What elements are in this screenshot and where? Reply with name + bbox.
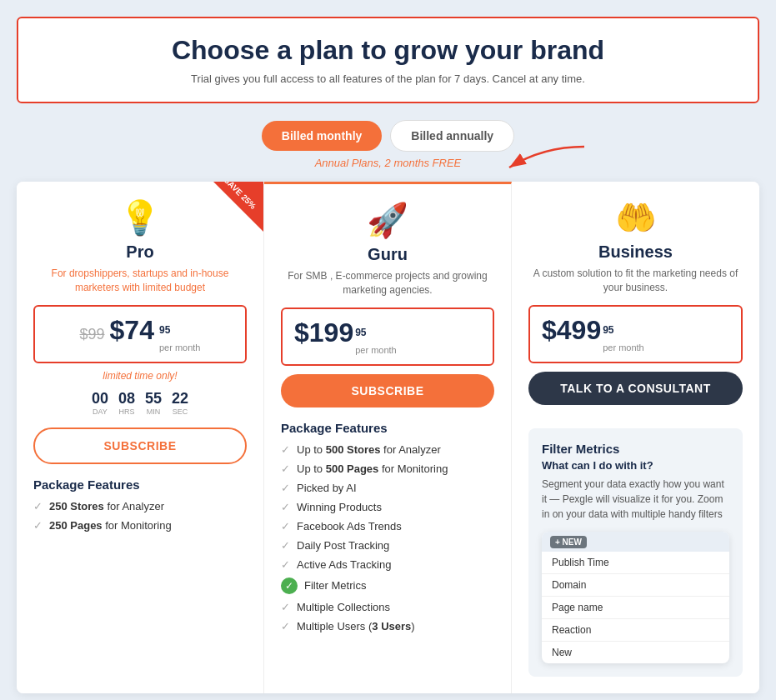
check-icon: ✓ (281, 520, 290, 532)
plan-guru: 🚀 Guru For SMB , E-commerce projects and… (264, 182, 512, 693)
billing-toggle-row: Billed monthly Billed annually (17, 120, 759, 152)
business-price-box: $499 95 per month (528, 305, 743, 363)
countdown-days: 00 DAY (92, 390, 108, 416)
guru-feature-3: ✓ Picked by AI (281, 482, 494, 494)
plan-business: 🤲 Business A custom solution to fit the … (512, 182, 759, 693)
business-current-price: $499 (542, 315, 601, 346)
red-arrow-icon (493, 138, 593, 180)
page-subtitle: Trial gives you full access to all featu… (43, 72, 733, 85)
dropdown-item-2: Domain (542, 574, 729, 597)
guru-feature-8: Filter Metrics (281, 578, 494, 594)
guru-feature-4: ✓ Winning Products (281, 501, 494, 513)
plan-pro: SAVE 25% 💡 Pro For dropshippers, startup… (17, 182, 264, 693)
guru-feature-2: ✓ Up to 500 Pages for Monitoring (281, 462, 494, 475)
guru-feature-5: ✓ Facebook Ads Trends (281, 520, 494, 532)
guru-price-period: per month (355, 345, 397, 356)
guru-feature-7: ✓ Active Ads Tracking (281, 558, 494, 571)
countdown-minutes: 55 MIN (145, 390, 162, 416)
check-icon: ✓ (281, 601, 290, 613)
check-icon: ✓ (281, 620, 290, 632)
guru-feature-9: ✓ Multiple Collections (281, 601, 494, 613)
pro-price-sup: 95 (159, 324, 170, 336)
business-price-sup: 95 (603, 324, 613, 336)
guru-description: For SMB , E-commerce projects and growin… (281, 269, 494, 298)
annual-promo-area: Annual Plans, 2 months FREE (17, 155, 759, 170)
pro-subscribe-button[interactable]: SUBSCRIBE (33, 428, 247, 464)
pro-original-price: $99 (80, 326, 105, 343)
check-icon: ✓ (33, 500, 43, 512)
guru-price-box: $199 95 per month (281, 308, 494, 366)
filter-metrics-box: Filter Metrics What can I do with it? Se… (528, 428, 743, 677)
check-icon: ✓ (33, 519, 43, 532)
pro-description: For dropshippers, startups and in-house … (33, 267, 247, 295)
guru-feature-1: ✓ Up to 500 Stores for Analyzer (281, 443, 494, 456)
pro-current-price: $74 (110, 315, 154, 346)
check-icon: ✓ (281, 539, 290, 552)
countdown-seconds: 22 SEC (172, 390, 188, 416)
plans-grid: SAVE 25% 💡 Pro For dropshippers, startup… (17, 182, 759, 693)
pro-price-box: $99 $74 95 per month (33, 305, 247, 363)
guru-features-title: Package Features (281, 421, 494, 435)
header-banner: Choose a plan to grow your brand Trial g… (17, 17, 759, 103)
check-icon: ✓ (281, 462, 290, 475)
check-icon: ✓ (281, 558, 290, 571)
dropdown-item-3: Page name (542, 597, 729, 619)
dropdown-header: + NEW (542, 532, 729, 552)
pro-features-title: Package Features (33, 478, 247, 492)
countdown-hours: 08 HRS (118, 390, 135, 416)
countdown-timer: 00 DAY 08 HRS 55 MIN 22 SEC (33, 390, 247, 416)
guru-icon: 🚀 (281, 201, 494, 240)
guru-name: Guru (281, 245, 494, 264)
filter-metrics-description: Segment your data exactly how you want i… (542, 477, 729, 522)
business-description: A custom solution to fit the marketing n… (528, 267, 743, 295)
billed-monthly-button[interactable]: Billed monthly (262, 121, 382, 151)
guru-current-price: $199 (294, 318, 353, 348)
check-icon: ✓ (281, 501, 290, 513)
pro-price-period: per month (159, 342, 201, 353)
annual-promo-label: Annual Plans, 2 months FREE (315, 157, 462, 169)
new-badge: + NEW (550, 536, 587, 548)
filter-dropdown-mock: + NEW Publish Time Domain Page name Reac… (542, 532, 729, 663)
pro-name: Pro (33, 242, 247, 262)
dropdown-item-5: New (542, 642, 729, 663)
guru-price-sup: 95 (355, 327, 366, 338)
business-name: Business (528, 242, 743, 262)
page-wrapper: Choose a plan to grow your brand Trial g… (17, 17, 759, 693)
business-cta-button[interactable]: TALK TO A CONSULTANT (528, 372, 743, 405)
pro-feature-2: ✓ 250 Pages for Monitoring (33, 519, 247, 532)
pro-feature-1: ✓ 250 Stores for Analyzer (33, 500, 247, 512)
guru-feature-10: ✓ Multiple Users (3 Users) (281, 620, 494, 632)
business-icon: 🤲 (528, 198, 743, 238)
filter-metrics-title: Filter Metrics (542, 442, 729, 456)
guru-feature-6: ✓ Daily Post Tracking (281, 539, 494, 552)
dropdown-item-1: Publish Time (542, 552, 729, 574)
limited-time-label: limited time only! (33, 370, 247, 382)
green-check-icon (281, 578, 298, 594)
guru-subscribe-button[interactable]: SUBSCRIBE (281, 374, 494, 408)
dropdown-item-4: Reaction (542, 619, 729, 642)
check-icon: ✓ (281, 482, 290, 494)
business-price-period: per month (603, 342, 644, 353)
filter-metrics-subtitle: What can I do with it? (542, 459, 729, 472)
check-icon: ✓ (281, 443, 290, 456)
page-title: Choose a plan to grow your brand (43, 35, 733, 66)
pro-icon: 💡 (33, 198, 247, 238)
